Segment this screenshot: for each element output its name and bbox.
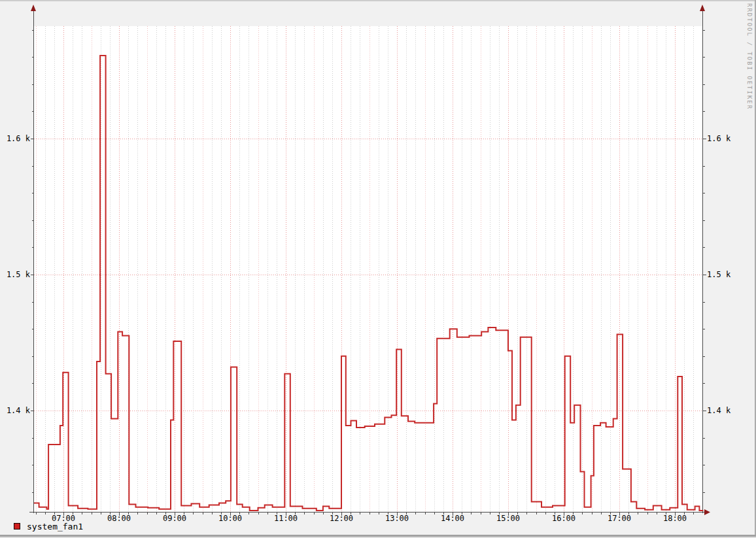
x-axis-label: 09:00: [155, 514, 194, 523]
legend-color-swatch-icon: [14, 523, 20, 530]
axis-arrow-up-left: [31, 5, 36, 11]
border-top: [0, 0, 756, 1]
x-axis-label: 15:00: [489, 514, 528, 523]
y-axis-label-right: 1.6 k: [707, 134, 746, 143]
x-axis-label: 12:00: [322, 514, 361, 523]
x-axis-label: 17:00: [600, 514, 639, 523]
rrdtool-watermark: RRDTOOL / TOBI OETIKER: [746, 3, 753, 110]
y-axis-label-right: 1.4 k: [707, 406, 746, 415]
rrdtool-graph: 1.4 k1.4 k1.5 k1.5 k1.6 k1.6 k07:0008:00…: [0, 0, 756, 538]
y-axis-label-left: 1.4 k: [0, 406, 30, 415]
legend-series-label: system_fan1: [27, 522, 83, 531]
x-axis-label: 14:00: [433, 514, 472, 523]
y-axis-label-left: 1.5 k: [0, 270, 30, 279]
y-axis-label-right: 1.5 k: [707, 270, 746, 279]
x-axis-label: 16:00: [544, 514, 583, 523]
x-axis-label: 10:00: [211, 514, 250, 523]
chart-canvas: [0, 0, 756, 538]
x-axis-label: 08:00: [99, 514, 139, 523]
axis-arrow-right: [704, 509, 710, 515]
y-axis-label-left: 1.6 k: [0, 134, 30, 143]
plot-area: [34, 26, 703, 512]
x-axis-label: 11:00: [266, 514, 305, 523]
x-axis-label: 18:00: [655, 514, 695, 523]
x-axis-label: 13:00: [377, 514, 417, 523]
axis-arrow-up-right: [700, 5, 705, 11]
